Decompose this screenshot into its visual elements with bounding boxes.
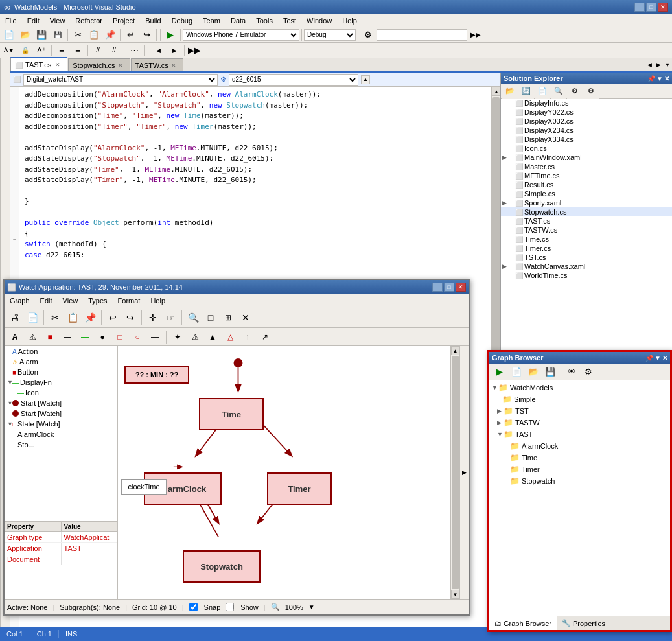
sol-tb-4[interactable]: 🔍 xyxy=(551,84,566,99)
tab-tast[interactable]: ⬜ TAST.cs ✕ xyxy=(10,57,67,71)
tb-more[interactable]: ▶▶ xyxy=(468,28,483,42)
sol-tb-5[interactable]: ⚙ xyxy=(567,84,583,99)
sol-auto-hide[interactable]: ▼ xyxy=(656,75,663,82)
wtb-cut[interactable]: ✂ xyxy=(47,310,63,325)
menu-tools[interactable]: Tools xyxy=(251,14,278,27)
gb-close[interactable]: ✕ xyxy=(662,355,667,362)
sol-file-master[interactable]: ⬜ Master.cs xyxy=(501,162,672,171)
gb-tb-new[interactable]: 📄 xyxy=(509,365,524,379)
watch-show-check[interactable] xyxy=(226,603,234,611)
collapse-icon[interactable]: − xyxy=(10,232,19,246)
wtb2-rect-red[interactable]: ■ xyxy=(42,330,58,344)
sol-file-metime[interactable]: ⬜ METime.cs xyxy=(501,171,672,180)
platform-combo[interactable]: Windows Phone 7 Emulator xyxy=(183,29,299,41)
menu-build[interactable]: Build xyxy=(140,14,166,27)
tab-tastw-close[interactable]: ✕ xyxy=(171,62,176,69)
tab-stopwatch[interactable]: Stopwatch.cs ✕ xyxy=(68,58,130,71)
canvas-scroll-down[interactable]: ▼ xyxy=(451,590,459,599)
wtb-align[interactable]: ✛ xyxy=(145,310,161,325)
wtb2-arrow-up[interactable]: ↑ xyxy=(240,330,255,344)
watch-menu-graph[interactable]: Graph xyxy=(5,294,35,307)
menu-team[interactable]: Team xyxy=(198,14,226,27)
scroll-up[interactable]: ▲ xyxy=(492,87,500,96)
method-selector[interactable]: d22_6015 xyxy=(229,74,358,86)
diagram-minbox[interactable]: ?? : MIN : ?? xyxy=(124,366,189,384)
wtb2-circ[interactable]: ○ xyxy=(130,330,145,344)
watch-menu-view[interactable]: View xyxy=(58,294,84,307)
sol-file-worldtime[interactable]: ⬜ WorldTime.cs xyxy=(501,271,672,280)
sol-tb-1[interactable]: 📂 xyxy=(502,84,518,99)
diagram-node-stopwatch[interactable]: Stopwatch xyxy=(183,550,261,583)
tb-settings[interactable]: ⚙ xyxy=(360,28,376,42)
tb2-search-next[interactable]: ▶ xyxy=(167,43,182,58)
canvas-expand-btn[interactable]: ▶ xyxy=(459,346,469,599)
diagram-node-time[interactable]: Time xyxy=(199,398,264,430)
sol-file-displayinfo[interactable]: ⬜ DisplayInfo.cs xyxy=(501,99,672,108)
watch-close[interactable]: ✕ xyxy=(456,283,466,292)
tb-saveall[interactable]: 💾 xyxy=(50,28,65,42)
tb2-more[interactable]: ⋯ xyxy=(126,43,142,58)
tb-cut[interactable]: ✂ xyxy=(70,28,86,42)
gb-auto-hide[interactable]: ▼ xyxy=(655,355,661,362)
tb-redo[interactable]: ↪ xyxy=(139,28,154,42)
watch-item-button[interactable]: ■ Button xyxy=(5,367,117,377)
wtb-copy[interactable]: 📋 xyxy=(65,310,80,325)
gb-tb-save[interactable]: 💾 xyxy=(542,365,558,379)
gb-alarmclock[interactable]: 📁 AlarmClock xyxy=(491,440,669,452)
tb-run[interactable]: ▶ xyxy=(163,28,178,42)
sol-file-mainwindow[interactable]: ▶ ⬜ MainWindow.xaml xyxy=(501,153,672,162)
watch-item-sto[interactable]: Sto... xyxy=(5,439,117,450)
canvas-scroll-v[interactable]: ▲ ▼ xyxy=(450,346,459,599)
watch-minimize[interactable]: _ xyxy=(432,283,443,292)
tab-scroll-left[interactable]: ◀ xyxy=(645,58,654,71)
gb-tast[interactable]: ▼ 📁 TAST xyxy=(491,428,669,440)
sol-file-displayx032[interactable]: ⬜ DisplayX032.cs xyxy=(501,117,672,126)
menu-project[interactable]: Project xyxy=(108,14,140,27)
wtb2-line2[interactable]: — xyxy=(77,330,93,344)
watch-item-state[interactable]: ▼ □ State [Watch] xyxy=(5,419,117,429)
tb-new[interactable]: 📄 xyxy=(1,28,17,42)
properties-tab[interactable]: 🔧 Properties xyxy=(557,616,610,630)
gb-simple[interactable]: 📁 Simple xyxy=(491,393,669,405)
gb-timer[interactable]: 📁 Timer xyxy=(491,463,669,475)
debug-combo[interactable]: Debug xyxy=(304,29,356,41)
watch-maximize[interactable]: □ xyxy=(444,283,454,292)
watch-item-icon[interactable]: — Icon xyxy=(5,388,117,398)
tb-undo[interactable]: ↩ xyxy=(122,28,138,42)
watch-item-alarm[interactable]: ⚠ Alarm xyxy=(5,356,117,367)
gb-tb-view[interactable]: 👁 xyxy=(564,365,579,379)
tb-copy[interactable]: 📋 xyxy=(86,28,102,42)
wtb-delete[interactable]: ✕ xyxy=(238,310,253,325)
wtb-undo[interactable]: ↩ xyxy=(105,310,121,325)
tb2-btn1[interactable]: A▼ xyxy=(1,43,17,58)
sol-file-watchcanvas[interactable]: ▶ ⬜ WatchCanvas.xaml xyxy=(501,262,672,271)
wtb2-tri[interactable]: ▲ xyxy=(205,330,220,344)
wtb-print[interactable]: 🖨 xyxy=(7,310,23,325)
wtb2-arrow-diag[interactable]: ↗ xyxy=(257,330,273,344)
menu-data[interactable]: Data xyxy=(226,14,251,27)
gb-tb-settings[interactable]: ⚙ xyxy=(581,365,596,379)
menu-help[interactable]: Help xyxy=(337,14,362,27)
watch-item-action[interactable]: A Action xyxy=(5,346,117,356)
wtb2-line[interactable]: — xyxy=(60,330,75,344)
canvas-scroll-up[interactable]: ▲ xyxy=(451,346,459,355)
sol-tb-3[interactable]: 📄 xyxy=(535,84,550,99)
tb2-outdent[interactable]: ≡ xyxy=(70,43,86,58)
wtb2-alarm2[interactable]: ⚠ xyxy=(187,330,203,344)
wtb2-a[interactable]: A xyxy=(7,330,23,344)
wtb-search[interactable]: 🔍 xyxy=(185,310,201,325)
gb-tb-play[interactable]: ▶ xyxy=(492,365,507,379)
menu-test[interactable]: Test xyxy=(278,14,301,27)
graph-browser-tab[interactable]: 🗂 Graph Browser xyxy=(489,616,557,630)
watch-menu-format[interactable]: Format xyxy=(113,294,146,307)
sol-file-tst[interactable]: ⬜ TST.cs xyxy=(501,253,672,262)
tab-tast-close[interactable]: ✕ xyxy=(55,62,60,68)
wtb2-rect2[interactable]: □ xyxy=(112,330,128,344)
gb-stopwatch[interactable]: 📁 Stopwatch xyxy=(491,475,669,487)
tb2-indent[interactable]: ≡ xyxy=(54,43,69,58)
watch-menu-edit[interactable]: Edit xyxy=(35,294,58,307)
maximize-button[interactable]: □ xyxy=(646,3,656,12)
watch-item-start1[interactable]: ▼ Start [Watch] xyxy=(5,398,117,408)
watch-item-alarmclock[interactable]: AlarmClock xyxy=(5,429,117,439)
watch-zoom-btn[interactable]: ▼ xyxy=(308,603,315,611)
